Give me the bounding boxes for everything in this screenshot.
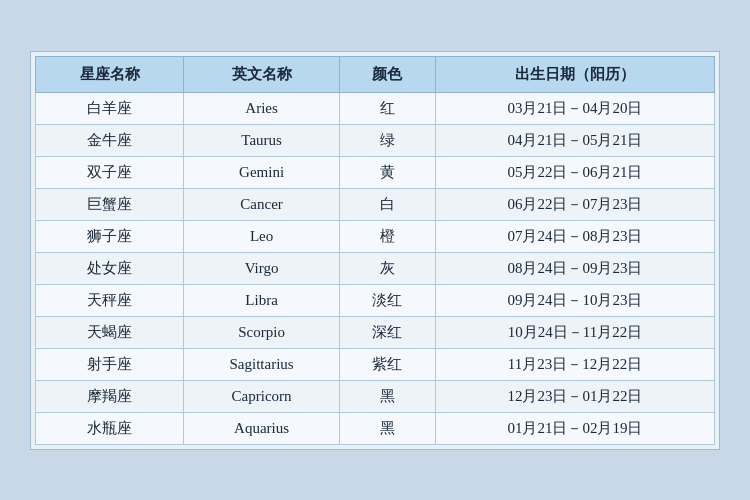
cell-color: 黑 bbox=[339, 412, 435, 444]
cell-chinese-name: 双子座 bbox=[36, 156, 184, 188]
cell-english-name: Virgo bbox=[184, 252, 340, 284]
cell-dates: 11月23日－12月22日 bbox=[435, 348, 714, 380]
cell-color: 橙 bbox=[339, 220, 435, 252]
cell-english-name: Aries bbox=[184, 92, 340, 124]
cell-dates: 09月24日－10月23日 bbox=[435, 284, 714, 316]
table-row: 天秤座Libra淡红09月24日－10月23日 bbox=[36, 284, 715, 316]
header-dates: 出生日期（阳历） bbox=[435, 56, 714, 92]
header-english-name: 英文名称 bbox=[184, 56, 340, 92]
cell-dates: 07月24日－08月23日 bbox=[435, 220, 714, 252]
cell-color: 紫红 bbox=[339, 348, 435, 380]
table-row: 白羊座Aries红03月21日－04月20日 bbox=[36, 92, 715, 124]
cell-color: 白 bbox=[339, 188, 435, 220]
cell-chinese-name: 金牛座 bbox=[36, 124, 184, 156]
cell-chinese-name: 白羊座 bbox=[36, 92, 184, 124]
cell-dates: 04月21日－05月21日 bbox=[435, 124, 714, 156]
cell-english-name: Cancer bbox=[184, 188, 340, 220]
table-row: 摩羯座Capricorn黑12月23日－01月22日 bbox=[36, 380, 715, 412]
table-row: 处女座Virgo灰08月24日－09月23日 bbox=[36, 252, 715, 284]
cell-chinese-name: 狮子座 bbox=[36, 220, 184, 252]
cell-color: 绿 bbox=[339, 124, 435, 156]
zodiac-table-container: 星座名称 英文名称 颜色 出生日期（阳历） 白羊座Aries红03月21日－04… bbox=[30, 51, 720, 450]
table-row: 水瓶座Aquarius黑01月21日－02月19日 bbox=[36, 412, 715, 444]
cell-dates: 05月22日－06月21日 bbox=[435, 156, 714, 188]
cell-dates: 12月23日－01月22日 bbox=[435, 380, 714, 412]
cell-english-name: Capricorn bbox=[184, 380, 340, 412]
cell-chinese-name: 天蝎座 bbox=[36, 316, 184, 348]
cell-english-name: Gemini bbox=[184, 156, 340, 188]
cell-chinese-name: 射手座 bbox=[36, 348, 184, 380]
cell-chinese-name: 水瓶座 bbox=[36, 412, 184, 444]
cell-chinese-name: 摩羯座 bbox=[36, 380, 184, 412]
cell-color: 灰 bbox=[339, 252, 435, 284]
cell-color: 深红 bbox=[339, 316, 435, 348]
cell-color: 淡红 bbox=[339, 284, 435, 316]
table-row: 天蝎座Scorpio深红10月24日－11月22日 bbox=[36, 316, 715, 348]
cell-english-name: Leo bbox=[184, 220, 340, 252]
header-chinese-name: 星座名称 bbox=[36, 56, 184, 92]
table-row: 金牛座Taurus绿04月21日－05月21日 bbox=[36, 124, 715, 156]
cell-color: 黑 bbox=[339, 380, 435, 412]
cell-dates: 03月21日－04月20日 bbox=[435, 92, 714, 124]
cell-english-name: Libra bbox=[184, 284, 340, 316]
cell-color: 黄 bbox=[339, 156, 435, 188]
zodiac-table: 星座名称 英文名称 颜色 出生日期（阳历） 白羊座Aries红03月21日－04… bbox=[35, 56, 715, 445]
cell-chinese-name: 巨蟹座 bbox=[36, 188, 184, 220]
cell-chinese-name: 处女座 bbox=[36, 252, 184, 284]
table-row: 双子座Gemini黄05月22日－06月21日 bbox=[36, 156, 715, 188]
cell-english-name: Scorpio bbox=[184, 316, 340, 348]
cell-dates: 10月24日－11月22日 bbox=[435, 316, 714, 348]
cell-english-name: Aquarius bbox=[184, 412, 340, 444]
cell-english-name: Taurus bbox=[184, 124, 340, 156]
cell-english-name: Sagittarius bbox=[184, 348, 340, 380]
table-row: 射手座Sagittarius紫红11月23日－12月22日 bbox=[36, 348, 715, 380]
cell-color: 红 bbox=[339, 92, 435, 124]
cell-chinese-name: 天秤座 bbox=[36, 284, 184, 316]
cell-dates: 06月22日－07月23日 bbox=[435, 188, 714, 220]
table-row: 巨蟹座Cancer白06月22日－07月23日 bbox=[36, 188, 715, 220]
table-row: 狮子座Leo橙07月24日－08月23日 bbox=[36, 220, 715, 252]
table-body: 白羊座Aries红03月21日－04月20日金牛座Taurus绿04月21日－0… bbox=[36, 92, 715, 444]
cell-dates: 01月21日－02月19日 bbox=[435, 412, 714, 444]
cell-dates: 08月24日－09月23日 bbox=[435, 252, 714, 284]
table-header-row: 星座名称 英文名称 颜色 出生日期（阳历） bbox=[36, 56, 715, 92]
header-color: 颜色 bbox=[339, 56, 435, 92]
